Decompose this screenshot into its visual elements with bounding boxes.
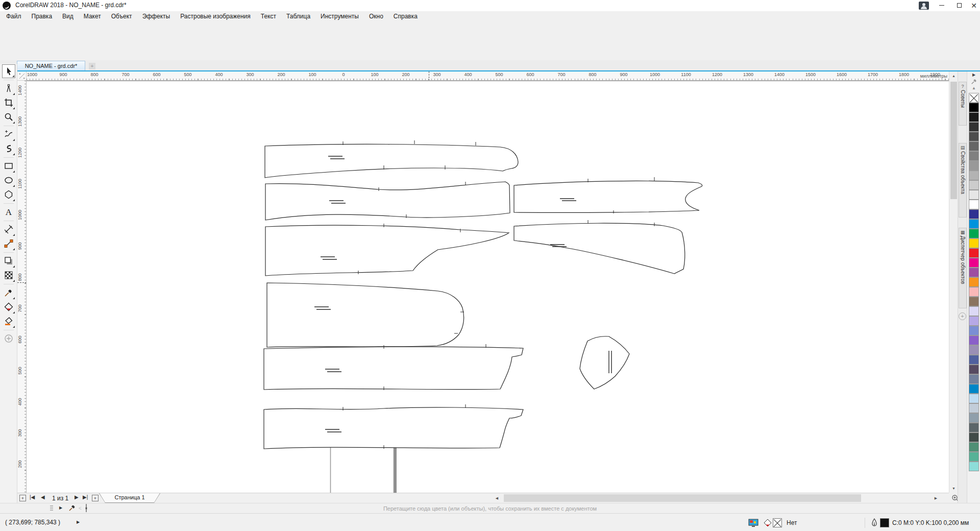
page-tab[interactable]: Страница 1 [99,493,160,503]
palette-swatch-27[interactable] [969,355,979,365]
docker-tab-0[interactable]: ?Советы [959,82,967,126]
docker-tab-1[interactable]: ▤Свойства объекта [959,143,967,218]
menu-item-0[interactable]: Файл [1,11,27,21]
ellipse-tool[interactable] [2,174,15,187]
sign-in-user-icon[interactable] [915,0,933,11]
first-page-button[interactable]: |◀ [30,494,35,500]
parallel-dimension-tool[interactable] [2,223,15,236]
menu-item-11[interactable]: Справка [388,11,423,21]
scroll-right-arrow[interactable]: ▶ [932,494,940,502]
palette-swatch-12[interactable] [969,209,979,219]
menu-item-3[interactable]: Макет [79,11,106,21]
palette-swatch-16[interactable] [969,248,979,258]
palette-swatch-9[interactable] [969,180,979,190]
palette-swatch-24[interactable] [969,326,979,335]
palette-swatch-28[interactable] [969,365,979,374]
horizontal-scrollbar[interactable]: ◀ ▶ [493,493,949,503]
palette-swatch-19[interactable] [969,277,979,287]
menu-item-8[interactable]: Таблица [281,11,315,21]
docker-tab-2[interactable]: ▦Диспетчер объектов [959,228,967,308]
palette-swatch-1[interactable] [969,103,979,112]
add-tools-button[interactable] [2,332,15,346]
menu-item-9[interactable]: Инструменты [315,11,364,21]
fill-none-swatch[interactable] [773,518,782,527]
next-page-button[interactable]: ▶ [75,494,79,500]
palette-swatch-23[interactable] [969,316,979,326]
vertical-ruler[interactable]: 1400130012001100100090080070060050040030… [17,81,27,493]
palette-swatch-36[interactable] [969,442,979,452]
palette-swatch-22[interactable] [969,306,979,316]
palette-swatch-10[interactable] [969,190,979,200]
menu-item-7[interactable]: Текст [256,11,281,21]
proof-colors-icon[interactable] [748,518,758,529]
palette-swatch-6[interactable] [969,151,979,161]
statusbar-flyout-arrow[interactable]: ▶ [77,520,80,524]
palette-swatch-8[interactable] [969,171,979,180]
palette-swatch-26[interactable] [969,345,979,355]
palette-eyedropper-icon[interactable] [68,504,76,513]
connector-tool[interactable] [2,237,15,251]
palette-scroll-up[interactable]: ▲ [967,86,980,90]
ruler-origin-corner[interactable] [17,71,27,81]
palette-eyedropper-icon-top[interactable] [967,79,980,86]
palette-swatch-33[interactable] [969,413,979,423]
palette-swatch-3[interactable] [969,122,979,132]
palette-swatch-11[interactable] [969,200,979,209]
no-color-swatch[interactable] [86,504,87,512]
horizontal-ruler[interactable]: миллиметры 10009008007006005004003002001… [27,71,949,81]
text-tool[interactable]: A [2,205,15,219]
artistic-media-tool[interactable] [2,142,15,156]
palette-swatch-25[interactable] [969,335,979,345]
palette-swatch-29[interactable] [969,374,979,384]
drop-shadow-tool[interactable] [2,254,15,268]
add-docker-button[interactable]: + [959,312,966,320]
palette-swatch-30[interactable] [969,384,979,394]
zoom-tool[interactable] [2,110,15,124]
palette-swatch-20[interactable] [969,287,979,297]
menu-item-2[interactable]: Вид [57,11,79,21]
horizontal-scroll-thumb[interactable] [504,494,861,502]
add-page-after-button[interactable]: + [92,495,99,501]
scroll-up-arrow[interactable]: ▲ [949,71,958,80]
palette-swatch-13[interactable] [969,219,979,229]
close-button[interactable]: ✕ [968,0,980,11]
drawing-canvas[interactable] [27,81,949,493]
palette-no-color-swatch[interactable] [969,93,979,103]
palette-swatch-14[interactable] [969,229,979,238]
palette-swatch-21[interactable] [969,297,979,306]
menu-item-5[interactable]: Эффекты [137,11,176,21]
palette-swatch-7[interactable] [969,161,979,171]
palette-swatch-35[interactable] [969,432,979,442]
pick-tool[interactable] [2,64,15,78]
palette-swatch-34[interactable] [969,423,979,432]
menu-item-10[interactable]: Окно [364,11,388,21]
color-eyedropper-tool[interactable] [2,286,15,300]
palette-grip[interactable] [50,505,53,512]
interactive-fill-tool[interactable] [2,300,15,314]
polygon-tool[interactable] [2,188,15,202]
menu-item-6[interactable]: Растровые изображения [175,11,256,21]
smart-fill-tool[interactable] [2,315,15,328]
crop-tool[interactable] [2,96,15,110]
pattern-pieces[interactable] [264,144,702,449]
menu-item-1[interactable]: Правка [27,11,58,21]
outline-pen-icon[interactable] [871,518,878,529]
palette-swatch-31[interactable] [969,394,979,403]
rectangle-tool[interactable] [2,159,15,173]
palette-flyout-arrow[interactable]: ▶ [59,505,62,510]
palette-swatch-4[interactable] [969,132,979,141]
palette-swatch-32[interactable] [969,403,979,413]
scroll-left-arrow[interactable]: ◀ [493,494,501,502]
vertical-scrollbar[interactable]: ▲ ▼ [949,71,958,493]
new-tab-button[interactable]: + [89,63,95,69]
fill-color-icon[interactable] [764,519,772,528]
palette-flyout-arrow-top[interactable]: ▶ [967,73,980,77]
transparency-tool[interactable] [2,269,15,282]
vertical-scroll-thumb[interactable] [950,82,957,199]
scroll-down-arrow[interactable]: ▼ [949,484,958,493]
freehand-tool[interactable] [2,128,15,141]
minimize-button[interactable] [933,0,950,11]
maximize-button[interactable] [950,0,968,11]
previous-page-button[interactable]: ◀ [41,494,45,500]
last-page-button[interactable]: ▶| [83,494,88,500]
